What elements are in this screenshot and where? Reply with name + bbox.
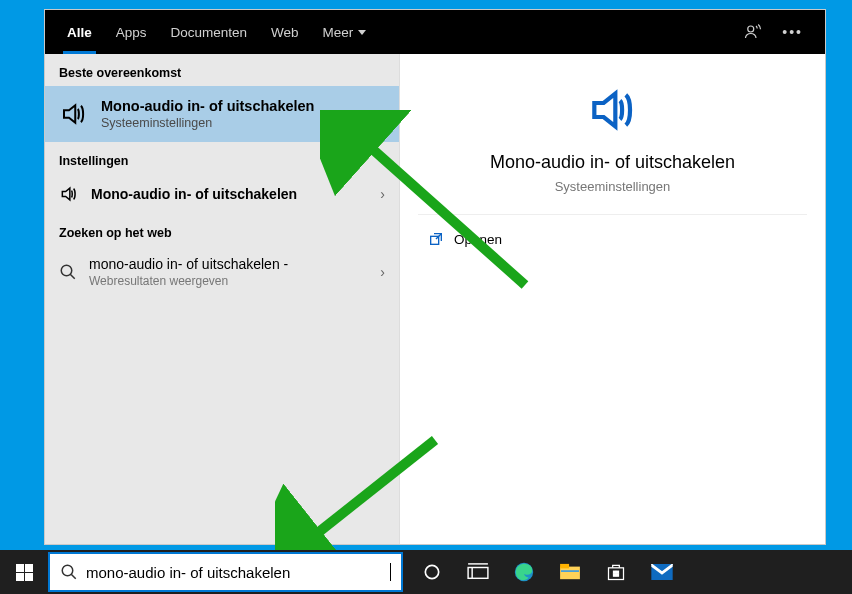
preview-subtitle: Systeeminstellingen xyxy=(555,179,671,194)
result-subtitle: Webresultaten weergeven xyxy=(89,274,288,288)
speaker-large-icon xyxy=(581,82,645,138)
search-panel: Alle Apps Documenten Web Meer ••• Beste … xyxy=(44,9,826,545)
tab-web[interactable]: Web xyxy=(259,10,311,54)
section-web: Zoeken op het web xyxy=(45,214,399,246)
result-title: Mono-audio in- of uitschakelen xyxy=(101,98,314,114)
cortana-icon[interactable] xyxy=(409,550,455,594)
svg-rect-18 xyxy=(616,571,618,573)
svg-rect-13 xyxy=(560,567,580,580)
section-best-match: Beste overeenkomst xyxy=(45,54,399,86)
tab-all[interactable]: Alle xyxy=(55,10,104,54)
text-caret xyxy=(390,563,391,581)
file-explorer-icon[interactable] xyxy=(547,550,593,594)
preview-title: Mono-audio in- of uitschakelen xyxy=(490,152,735,173)
task-view-icon[interactable] xyxy=(455,550,501,594)
taskbar xyxy=(0,550,852,594)
svg-rect-19 xyxy=(614,574,616,576)
results-left-pane: Beste overeenkomst Mono-audio in- of uit… xyxy=(45,54,400,544)
speaker-icon xyxy=(59,184,79,204)
search-icon xyxy=(60,563,78,581)
windows-logo-icon xyxy=(16,564,33,581)
svg-rect-14 xyxy=(560,564,569,569)
tab-apps[interactable]: Apps xyxy=(104,10,159,54)
svg-rect-9 xyxy=(468,568,488,579)
feedback-icon[interactable] xyxy=(744,23,762,41)
search-tabs: Alle Apps Documenten Web Meer ••• xyxy=(45,10,825,54)
ellipsis-icon[interactable]: ••• xyxy=(782,24,803,40)
result-title: Mono-audio in- of uitschakelen xyxy=(91,186,297,202)
speaker-icon xyxy=(59,99,89,129)
section-settings: Instellingen xyxy=(45,142,399,174)
taskbar-search-box[interactable] xyxy=(48,552,403,592)
svg-point-8 xyxy=(425,565,438,578)
svg-point-0 xyxy=(748,26,754,32)
chevron-down-icon xyxy=(358,30,366,35)
chevron-right-icon: › xyxy=(380,264,385,280)
start-button[interactable] xyxy=(0,550,48,594)
svg-line-7 xyxy=(71,574,76,579)
result-best-match[interactable]: Mono-audio in- of uitschakelen Systeemin… xyxy=(45,86,399,142)
result-settings-item[interactable]: Mono-audio in- of uitschakelen › xyxy=(45,174,399,214)
microsoft-store-icon[interactable] xyxy=(593,550,639,594)
svg-line-2 xyxy=(70,274,75,279)
result-subtitle: Systeeminstellingen xyxy=(101,116,314,130)
open-label: Openen xyxy=(454,232,502,247)
svg-rect-17 xyxy=(614,571,616,573)
tab-documents[interactable]: Documenten xyxy=(159,10,260,54)
chevron-right-icon: › xyxy=(380,186,385,202)
taskbar-pinned-apps xyxy=(409,550,685,594)
search-icon xyxy=(59,263,77,281)
result-title: mono-audio in- of uitschakelen - xyxy=(89,256,288,272)
preview-right-pane: Mono-audio in- of uitschakelen Systeemin… xyxy=(400,54,825,544)
search-input[interactable] xyxy=(86,564,382,581)
svg-point-1 xyxy=(61,265,72,276)
svg-point-6 xyxy=(62,565,73,576)
svg-rect-15 xyxy=(561,570,579,572)
tab-more[interactable]: Meer xyxy=(311,10,379,54)
mail-icon[interactable] xyxy=(639,550,685,594)
edge-browser-icon[interactable] xyxy=(501,550,547,594)
open-action[interactable]: Openen xyxy=(428,231,797,247)
svg-rect-20 xyxy=(616,574,618,576)
open-icon xyxy=(428,231,444,247)
result-web-item[interactable]: mono-audio in- of uitschakelen - Webresu… xyxy=(45,246,399,298)
